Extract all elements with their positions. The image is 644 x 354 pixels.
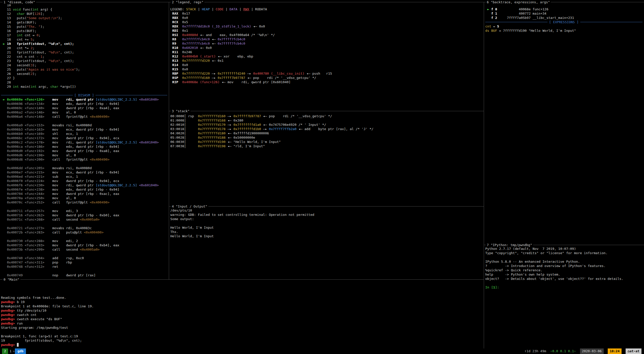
text-segment: 0x7fffffffd220	[182, 72, 210, 75]
text-segment: 15 puts(	[1, 25, 27, 28]
tmux-session-badge[interactable]: 2	[2, 348, 8, 354]
text-segment: 128	[35, 12, 40, 16]
text-segment: |	[196, 7, 202, 11]
border-io-top	[169, 206, 484, 206]
text-segment: 0x4006a4 <func+148>	[1, 115, 44, 119]
text-segment: 23 fprintf(stdout,	[1, 59, 48, 63]
text-segment: 0x4006b9 <func+169>	[1, 132, 44, 136]
pane-title-disasm[interactable]: 1 "disasm, code"	[3, 0, 36, 4]
text-segment: 19 fprintf(stdout, "%d\n", cnt);	[7, 42, 74, 46]
pane-title-main[interactable]: 0 "Main"	[3, 277, 20, 282]
text-segment: 0x4006dd <func+205>	[1, 166, 44, 170]
terminal-line: In [1]:	[485, 285, 642, 289]
text-segment: "%d\n"	[48, 50, 60, 54]
text-segment: 0x400716 <func+262>	[1, 213, 44, 217]
terminal-line	[1, 204, 167, 209]
text-segment: 0x4006d0 <func+192>	[1, 149, 44, 153]
text-segment: 0x7fffffffd178	[198, 127, 226, 131]
text-segment: 5	[497, 24, 499, 28]
text-segment: ◂— and eax, 0x4f000a64 /* '%d\n' */	[198, 33, 275, 37]
text-segment: ◂— pop rdi /* '__vdso_getcpu' */	[261, 114, 332, 118]
terminal-line: R12 0x4004b0 (_start) ◂— xor ebp, ebp	[170, 54, 483, 58]
terminal-line	[1, 330, 482, 334]
terminal-line: LEGEND: STACK | HEAP | CODE | DATA | RWX…	[170, 7, 483, 11]
text-segment: mov dword ptr [rbp - 0xac], eax	[44, 192, 119, 196]
text-segment: ◂— "rld, I'm Input"	[226, 144, 265, 148]
terminal-line: 16 puts(BUF);	[1, 29, 167, 33]
text-segment: R10	[170, 46, 182, 50]
text-segment: 0x5	[182, 20, 188, 24]
text-segment: 0x4006ca <func+186>	[1, 145, 44, 149]
text-segment: |	[237, 7, 243, 11]
terminal-line: 0x400696 <func+134> mov edx, dword ptr […	[1, 102, 167, 106]
terminal-line: 0x400704 <func+244> mov dword ptr [rbp -…	[1, 192, 167, 196]
terminal-line: Breakpoint 1, func (arg=5) at test.c:19	[1, 334, 482, 338]
terminal-line: 24 second(3);	[1, 63, 167, 67]
text-segment: 21 fprintf(stdout,	[1, 50, 48, 54]
text-segment: 20 cnt *=	[1, 46, 30, 50]
tmux-window-index[interactable]: 1	[8, 348, 13, 354]
terminal-line: 0x4006fe <func+238> mov edx, dword ptr […	[1, 187, 167, 192]
terminal-line: warning: GDB: Failed to set controlling …	[170, 213, 483, 217]
terminal-line: 0x4006a4 <func+148> call fprintf@plt <0x…	[1, 114, 167, 119]
text-segment: |	[210, 7, 216, 11]
text-segment: *argv[])	[58, 85, 76, 88]
text-segment: In [	[485, 285, 493, 289]
text-segment: "Some output:\n"	[27, 16, 58, 20]
terminal-line: 0x4006ed <func+221> sub ecx, 1	[1, 174, 167, 179]
text-segment: 0x7ffff7fcb4c0	[182, 42, 210, 45]
terminal-line: help -> Python's own help system.	[485, 272, 642, 277]
pane-stack[interactable]: 00:0000│ rsp 0x7fffffffd160 —▸ 0x7ffff7b…	[170, 114, 483, 202]
terminal-line: pwndbg> tty /dev/pts/10	[1, 308, 482, 313]
text-segment: 0x400704 <func+244>	[1, 192, 44, 196]
text-segment: R15	[170, 67, 182, 71]
text-segment: 04:0020│	[170, 131, 198, 135]
text-segment: CODE	[216, 7, 223, 11]
terminal-line: [ EXPRESSIONS ]	[485, 20, 642, 24]
border-stack-top	[169, 111, 484, 111]
text-segment: HEAP	[202, 7, 210, 11]
text-segment: ]:	[495, 285, 501, 289]
terminal-line: RDI 0x1	[170, 28, 483, 33]
pane-title-regs[interactable]: 2 "legend, regs"	[171, 0, 204, 4]
terminal-line	[1, 269, 167, 273]
text-segment: 0x400780 (__libc_csu_init)	[253, 72, 305, 75]
pane-disasm-code[interactable]: 10 11 void func(int arg) { 12 char BUF[1…	[1, 3, 167, 277]
terminal-line: 0x400748 <func+312> ret	[1, 264, 167, 269]
tmux-window-name-gdb[interactable]: gdb	[15, 348, 26, 354]
terminal-line: 29 int main(int argc, char *argv[])	[1, 84, 167, 89]
text-segment: 0x7fffffffd1a0	[233, 123, 261, 127]
terminal-line: 21 fprintf(stdout, "%d\n", cnt);	[1, 50, 167, 54]
text-segment: 01:0008│	[170, 119, 198, 122]
text-segment: mov dword ptr [rbp - 0xa8], eax	[44, 149, 119, 153]
text-segment: 0x4006a2 <func+146>	[1, 110, 44, 114]
text-segment: Breakpoint 1, func (arg=5) at test.c:19	[1, 334, 78, 338]
pane-main-gdb[interactable]: Reading symbols from test...done.pwndbg>…	[1, 296, 482, 347]
terminal-line: R14 0x0	[170, 63, 483, 67]
text-segment: );	[76, 68, 80, 71]
pane-input-output[interactable]: /dev/pts/10warning: GDB: Failed to set c…	[170, 208, 483, 276]
text-segment: [stdout@@GLIBC_2.2.5]	[96, 98, 137, 101]
pane-title-io[interactable]: 4 "Input / Output"	[171, 204, 208, 209]
pane-title-stack[interactable]: 3 "stack"	[171, 109, 190, 113]
text-segment: 0x400748 <func+312>	[1, 265, 44, 269]
text-segment	[485, 12, 491, 15]
text-segment: "Thx. "	[27, 25, 41, 28]
text-segment: 0x0	[182, 63, 188, 67]
text-segment: 02:0010│	[170, 123, 198, 127]
terminal-line: RIP 0x40068e (func+126) ◂— mov rdi, qwor…	[170, 80, 483, 84]
text-segment: mov edx, dword ptr [rbp - 0x94]	[44, 102, 119, 106]
pane-title-ipython[interactable]: 7 "IPython: tmp/pwndbg"	[486, 243, 533, 247]
pane-title-backtrace[interactable]: 6 "backtrace, expressions, args"	[486, 0, 551, 4]
text-segment: 0x602010	[182, 46, 198, 50]
text-segment: int	[33, 8, 38, 11]
pane-backtrace-expressions[interactable]: ► f 0 40068e func+126 f 1 400772 main+34…	[485, 7, 642, 242]
text-segment: —▸	[226, 127, 233, 131]
terminal-line: 0x4006c2 <func+178> mov rdi, qword ptr […	[1, 140, 167, 144]
text-segment: call puts@plt	[44, 230, 84, 234]
pane-ipython[interactable]: Python 2.7.17 (default, Nov 7 2019, 10:0…	[485, 247, 642, 347]
pane-legend-regs[interactable]: LEGEND: STACK | HEAP | CODE | DATA | RWX…	[170, 7, 483, 107]
terminal-line: %quickref -> Quick reference.	[485, 268, 642, 272]
text-segment: 0x4006d8 <func+200>	[1, 158, 44, 161]
text-segment: RSP	[170, 76, 182, 80]
